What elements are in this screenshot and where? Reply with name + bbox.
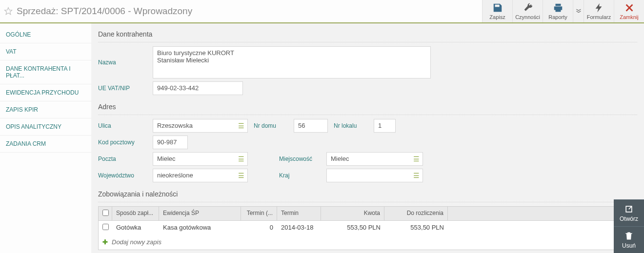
- table-row[interactable]: Gotówka Kasa gotówkowa 0 2014-03-18 553,…: [99, 221, 637, 234]
- form-button[interactable]: Formularz: [584, 0, 614, 22]
- field-post[interactable]: Mielec ☰: [153, 152, 248, 166]
- label-vat: UE VAT/NIP: [98, 85, 147, 92]
- wrench-icon: [523, 2, 533, 13]
- obligations-grid: Sposób zapł... Ewidencja ŚP Termin (... …: [98, 206, 637, 250]
- cell-ledger: Kasa gotówkowa: [159, 221, 241, 234]
- label-houseno: Nr domu: [254, 122, 288, 129]
- svg-marker-0: [5, 8, 12, 15]
- field-flatno[interactable]: 1: [374, 119, 396, 133]
- open-button[interactable]: Otwórz: [614, 199, 644, 226]
- cell-amount: 553,50 PLN: [321, 221, 384, 234]
- field-street[interactable]: Rzeszowska ☰: [153, 119, 248, 133]
- field-houseno[interactable]: 56: [294, 119, 328, 133]
- picker-icon[interactable]: ☰: [413, 155, 420, 163]
- delete-button[interactable]: Usuń: [614, 226, 644, 253]
- page-title: Sprzedaż: SPT/2014/0006 - Wprowadzony: [17, 6, 192, 17]
- col-method[interactable]: Sposób zapł...: [112, 207, 159, 220]
- field-province[interactable]: nieokreślone ☰: [153, 169, 248, 182]
- dropdown-button[interactable]: [573, 0, 584, 22]
- grid-checkbox-all[interactable]: [102, 210, 109, 216]
- label-country: Kraj: [279, 172, 321, 179]
- printer-icon: [553, 2, 564, 13]
- section-address: Adres: [98, 98, 637, 115]
- save-button[interactable]: Zapisz: [482, 0, 512, 22]
- close-button[interactable]: Zamknij: [614, 0, 644, 22]
- sidebar-item-general[interactable]: Ogólne: [0, 26, 91, 43]
- field-country[interactable]: ☰: [326, 169, 423, 182]
- sidebar-item-revenue[interactable]: Ewidencja przychodu: [0, 84, 91, 101]
- cell-method: Gotówka: [112, 221, 159, 234]
- grid-row-checkbox[interactable]: [102, 224, 109, 230]
- save-icon: [492, 2, 503, 13]
- reports-button[interactable]: Raporty: [543, 0, 573, 22]
- cell-tosettle: 553,50 PLN: [384, 221, 448, 234]
- bolt-icon: [594, 2, 604, 13]
- label-zip: Kod pocztowy: [98, 139, 147, 146]
- field-vat[interactable]: 949-02-33-442: [153, 81, 243, 95]
- picker-icon[interactable]: ☰: [238, 155, 244, 163]
- sidebar-item-analytic[interactable]: Opis analityczny: [0, 118, 91, 136]
- label-name: Nazwa: [98, 59, 147, 66]
- add-row-button[interactable]: ✚ Dodaj nowy zapis: [99, 234, 637, 250]
- col-amount[interactable]: Kwota: [321, 207, 384, 220]
- picker-icon[interactable]: ☰: [238, 122, 244, 130]
- field-city[interactable]: Mielec ☰: [326, 152, 423, 166]
- col-termshort[interactable]: Termin (...: [241, 207, 277, 220]
- col-tosettle[interactable]: Do rozliczenia: [384, 207, 448, 220]
- label-province: Województwo: [98, 172, 147, 179]
- sidebar-item-contractor[interactable]: Dane kontrahenta i płat...: [0, 60, 91, 84]
- sidebar-item-kpir[interactable]: Zapis KPiR: [0, 101, 91, 118]
- close-icon: [624, 2, 635, 13]
- star-icon[interactable]: [4, 7, 13, 16]
- picker-icon[interactable]: ☰: [238, 172, 244, 179]
- sidebar: Ogólne VAT Dane kontrahenta i płat... Ew…: [0, 23, 91, 253]
- cell-termshort: 0: [241, 221, 277, 234]
- field-name[interactable]: Biuro turystyczne KURORT Stanisław Miele…: [153, 46, 431, 78]
- col-term[interactable]: Termin: [277, 207, 321, 220]
- trash-icon: [624, 231, 634, 241]
- label-post: Poczta: [98, 156, 147, 162]
- col-ledger[interactable]: Ewidencja ŚP: [159, 207, 241, 220]
- picker-icon[interactable]: ☰: [413, 172, 420, 179]
- section-obligations: Zobowiązania i należności: [98, 185, 637, 202]
- sidebar-item-crm[interactable]: Zadania CRM: [0, 136, 91, 153]
- cell-term: 2014-03-18: [277, 221, 321, 234]
- actions-button[interactable]: Czynności: [512, 0, 543, 22]
- toolbar: Zapisz Czynności Raporty Formularz Zamkn…: [482, 0, 644, 22]
- label-city: Miejscowość: [279, 156, 321, 162]
- plus-icon: ✚: [102, 238, 108, 246]
- sidebar-item-vat[interactable]: VAT: [0, 43, 91, 60]
- field-zip[interactable]: 90-987: [153, 136, 188, 149]
- label-street: Ulica: [98, 122, 147, 129]
- open-icon: [624, 204, 634, 214]
- chevron-down-icon: [573, 6, 584, 17]
- section-contractor-data: Dane kontrahenta: [98, 28, 637, 42]
- label-flatno: Nr lokalu: [334, 122, 368, 129]
